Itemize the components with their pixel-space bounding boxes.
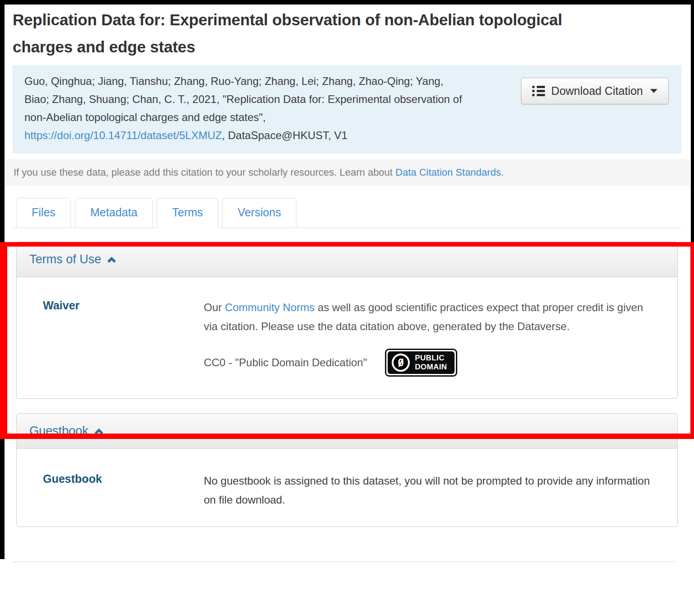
tab-files[interactable]: Files: [16, 198, 71, 228]
dataset-tabs: Files Metadata Terms Versions: [13, 198, 681, 228]
guestbook-title-text: Guestbook: [29, 424, 89, 438]
guestbook-label: Guestbook: [43, 471, 204, 485]
guestbook-value: No guestbook is assigned to this dataset…: [204, 471, 658, 509]
terms-of-use-title-text: Terms of Use: [29, 252, 101, 266]
citation-note-text: If you use these data, please add this c…: [14, 167, 395, 178]
list-icon: [532, 86, 545, 96]
badge-line-public: PUBLIC: [415, 354, 445, 362]
citation-standards-note: If you use these data, please add this c…: [5, 159, 690, 186]
guestbook-panel-body: Guestbook No guestbook is assigned to th…: [17, 449, 677, 527]
tab-terms[interactable]: Terms: [157, 198, 218, 228]
chevron-up-icon: [107, 257, 116, 266]
bottom-divider: [12, 561, 675, 562]
guestbook-panel-title[interactable]: Guestbook: [29, 424, 102, 438]
download-citation-button[interactable]: Download Citation: [521, 78, 669, 104]
terms-of-use-panel-body: Waiver Our Community Norms as well as go…: [17, 277, 677, 398]
waiver-value: Our Community Norms as well as good scie…: [204, 298, 658, 377]
waiver-row: Waiver Our Community Norms as well as go…: [43, 298, 659, 377]
waiver-paragraph: Our Community Norms as well as good scie…: [204, 298, 658, 336]
public-domain-badge-inner: 0 PUBLIC DOMAIN: [388, 351, 454, 374]
download-citation-label: Download Citation: [551, 84, 643, 98]
data-citation-standards-link[interactable]: Data Citation Standards: [395, 167, 501, 178]
page-title: Replication Data for: Experimental obser…: [13, 6, 618, 61]
terms-of-use-panel: Terms of Use Waiver Our Community Norms …: [16, 242, 678, 399]
screenshot-border-left: [0, 0, 5, 559]
tab-metadata[interactable]: Metadata: [75, 198, 153, 228]
caret-down-icon: [650, 89, 657, 93]
cc-zero-icon: 0: [392, 354, 410, 372]
guestbook-row: Guestbook No guestbook is assigned to th…: [43, 471, 659, 509]
waiver-label: Waiver: [43, 298, 204, 312]
citation-note-period: .: [501, 167, 504, 178]
badge-line-domain: DOMAIN: [415, 363, 447, 371]
guestbook-panel-header[interactable]: Guestbook: [17, 414, 677, 449]
terms-of-use-panel-title[interactable]: Terms of Use: [29, 252, 115, 266]
waiver-text-before: Our: [204, 301, 225, 313]
tab-versions[interactable]: Versions: [222, 198, 296, 228]
public-domain-badge-text: PUBLIC DOMAIN: [415, 354, 447, 371]
screenshot-border-right: [691, 0, 694, 247]
dataset-page: Replication Data for: Experimental obser…: [0, 0, 694, 562]
public-domain-badge: 0 PUBLIC DOMAIN: [385, 349, 457, 377]
citation-text: Guo, Qinghua; Jiang, Tianshu; Zhang, Ruo…: [24, 72, 465, 145]
guestbook-panel: Guestbook Guestbook No guestbook is assi…: [16, 413, 678, 527]
terms-of-use-panel-header[interactable]: Terms of Use: [17, 242, 677, 277]
license-row: CC0 - "Public Domain Dedication" 0 PUBLI…: [204, 349, 658, 377]
chevron-up-icon: [94, 428, 103, 437]
citation-block: Guo, Qinghua; Jiang, Tianshu; Zhang, Ruo…: [13, 65, 681, 154]
doi-link[interactable]: https://doi.org/10.14711/dataset/5LXMUZ: [24, 129, 222, 141]
citation-suffix-text: , DataSpace@HKUST, V1: [222, 129, 347, 141]
cc0-license-text: CC0 - "Public Domain Dedication": [204, 353, 367, 372]
citation-authors-text: Guo, Qinghua; Jiang, Tianshu; Zhang, Ruo…: [24, 75, 462, 123]
screenshot-border-top: [0, 0, 694, 5]
community-norms-link[interactable]: Community Norms: [225, 301, 315, 313]
